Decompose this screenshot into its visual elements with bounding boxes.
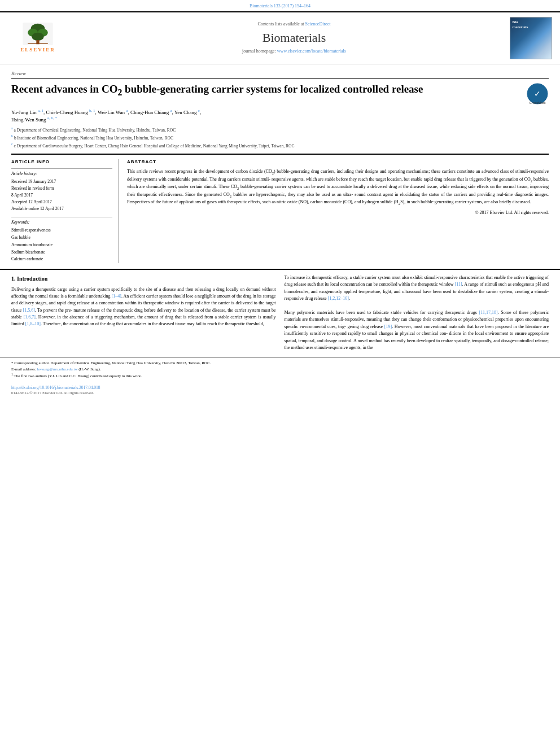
crossmark-icon: ✓ CrossMark — [526, 82, 549, 105]
ref-1-8-10: [1,8–10] — [25, 321, 41, 326]
main-content: Review Recent advances in CO2 bubble-gen… — [0, 64, 560, 263]
intro-text-col1: Delivering a therapeutic cargo using a c… — [11, 286, 276, 328]
article-history-block: Article history: Received 19 January 201… — [11, 168, 112, 212]
ref-1-6-7: [1,6,7] — [24, 314, 36, 320]
with-text: with — [218, 199, 226, 204]
svg-text:✓: ✓ — [534, 89, 541, 98]
body-section: 1. Introduction Delivering a therapeutic… — [0, 274, 560, 351]
keyword-2: Gas bubble — [11, 234, 112, 242]
keyword-4: Sodium bicarbonate — [11, 249, 112, 256]
article-info-heading: ARTICLE INFO — [11, 159, 112, 165]
ref-1-4: [1–4] — [112, 294, 121, 299]
journal-logo-area: ELSEVIER — [7, 23, 80, 54]
issn-line: 0142-9612/© 2017 Elsevier Ltd. All right… — [11, 391, 549, 396]
copyright-line: © 2017 Elsevier Ltd. All rights reserved… — [127, 210, 549, 216]
svg-point-4 — [32, 33, 43, 41]
body-col-right: To increase its therapeutic efficacy, a … — [285, 274, 549, 351]
journal-header: ELSEVIER Contents lists available at Sci… — [0, 11, 560, 64]
revised-date: Received in revised form8 April 2017 — [11, 185, 112, 199]
footnote-email: E-mail address: hwsung@mx.nthu.edu.tw (H… — [11, 366, 549, 373]
homepage-url[interactable]: www.elsevier.com/locate/biomaterials — [277, 49, 346, 54]
affiliation-a: a a Department of Chemical Engineering, … — [11, 126, 549, 133]
keyword-1: Stimuli-responsiveness — [11, 227, 112, 234]
journal-title: Biomaterials — [86, 29, 502, 46]
intro-heading: 1. Introduction — [11, 274, 276, 283]
elsevier-logo: ELSEVIER — [7, 23, 69, 54]
intro-text-col2: To increase its therapeutic efficacy, a … — [285, 274, 549, 351]
journal-reference: Biomaterials 133 (2017) 154–164 — [0, 0, 560, 11]
keyword-3: Ammonium bicarbonate — [11, 242, 112, 249]
journal-header-center: Contents lists available at ScienceDirec… — [86, 21, 502, 55]
doi-text[interactable]: http://dx.doi.org/10.1016/j.biomaterials… — [11, 385, 100, 390]
article-title-row: Recent advances in CO2 bubble-generating… — [11, 82, 549, 105]
bottom-bar: http://dx.doi.org/10.1016/j.biomaterials… — [0, 382, 560, 399]
affiliation-c: c c Department of Cardiovascular Surgery… — [11, 142, 549, 149]
sciencedirect-link[interactable]: ScienceDirect — [305, 21, 331, 27]
keywords-block: Keywords: Stimuli-responsiveness Gas bub… — [11, 217, 112, 263]
keyword-5: Calcium carbonate — [11, 256, 112, 263]
ref-11: [11] — [455, 282, 462, 287]
and-text: and — [355, 199, 361, 204]
body-col-left: 1. Introduction Delivering a therapeutic… — [11, 274, 276, 351]
homepage-line: journal homepage: www.elsevier.com/locat… — [86, 49, 502, 55]
affiliations: a a Department of Chemical Engineering, … — [11, 126, 549, 149]
article-info-col: ARTICLE INFO Article history: Received 1… — [11, 159, 119, 263]
footnote-2: 1 The first two authors (Y.J. Lin and C.… — [11, 372, 549, 379]
keywords-label: Keywords: — [11, 220, 112, 225]
page: Biomaterials 133 (2017) 154–164 ELSEVIER — [0, 0, 560, 747]
elsevier-text: ELSEVIER — [20, 46, 55, 53]
ref-1-2-12-16: [1,2,12–16] — [328, 296, 349, 301]
authors-line: Yu-Jung Lin a, 1, Chieh-Cheng Huang b, 1… — [11, 108, 549, 123]
elsevier-tree-icon — [21, 23, 55, 45]
online-date: Available online 12 April 2017 — [11, 206, 112, 212]
ref-1-5-6: [1,5,6] — [23, 308, 35, 313]
received-date: Received 19 January 2017 — [11, 178, 112, 185]
footnote-1: * Corresponding author. Department of Ch… — [11, 360, 549, 366]
journal-ref-text: Biomaterials 133 (2017) 154–164 — [250, 3, 310, 8]
email-link[interactable]: hwsung@mx.nthu.edu.tw — [37, 367, 78, 372]
journal-cover-image: Biomaterials — [510, 17, 552, 59]
history-label: Article history: — [11, 171, 112, 177]
article-title: Recent advances in CO2 bubble-generating… — [11, 82, 520, 98]
contents-line: Contents lists available at ScienceDirec… — [86, 21, 502, 28]
footnote-section: * Corresponding author. Department of Ch… — [0, 357, 560, 379]
accepted-date: Accepted 12 April 2017 — [11, 199, 112, 206]
abstract-col: ABSTRACT This article reviews recent pro… — [127, 159, 549, 263]
section-divider — [0, 269, 560, 270]
doi-line: http://dx.doi.org/10.1016/j.biomaterials… — [11, 385, 549, 391]
affiliation-b: b b Institute of Biomedical Engineering,… — [11, 134, 549, 141]
ref-11-17-18: [11,17,18] — [479, 310, 498, 315]
abstract-heading: ABSTRACT — [127, 159, 549, 165]
ref-19: [19] — [384, 324, 392, 329]
abstract-text: This article reviews recent progress in … — [127, 168, 549, 207]
article-type: Review — [11, 70, 549, 79]
svg-text:CrossMark: CrossMark — [529, 101, 546, 104]
journal-cover-area: Biomaterials — [508, 17, 553, 59]
info-abstract-section: ARTICLE INFO Article history: Received 1… — [11, 154, 549, 263]
